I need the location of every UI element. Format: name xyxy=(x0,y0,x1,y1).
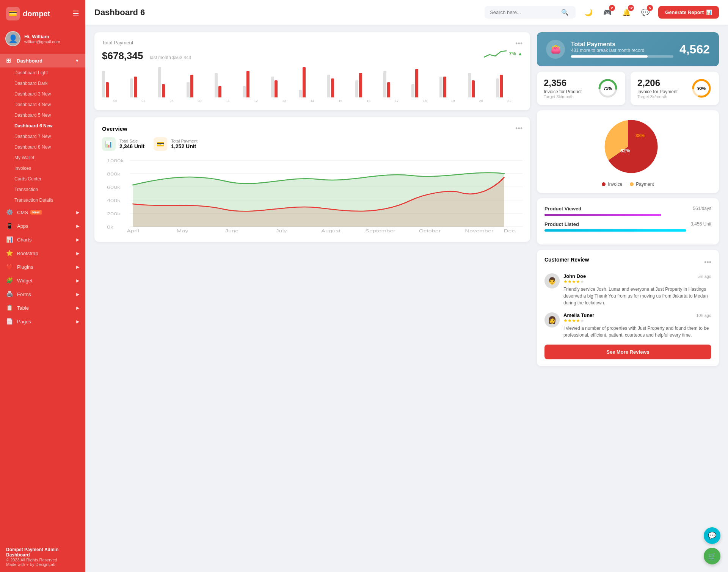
svg-text:800k: 800k xyxy=(107,172,121,176)
review-stars-2: ★★★★★ xyxy=(563,318,711,323)
bar-pair xyxy=(299,67,325,97)
footer-title: Dompet Payment Admin Dashboard xyxy=(6,547,79,558)
notifications-btn[interactable]: 🔔 12 xyxy=(620,6,633,19)
pages-icon: 📄 xyxy=(6,318,13,325)
sidebar-item-my-wallet[interactable]: My Wallet xyxy=(0,152,85,163)
wallet-icon: 👛 xyxy=(546,40,565,59)
cart-fab-button[interactable]: 🛒 xyxy=(704,548,720,564)
charts-icon: 📊 xyxy=(6,236,13,243)
footer-copyright: © 2023 All Rights Reserved xyxy=(6,558,79,562)
bar-label: 09 xyxy=(187,99,213,103)
tp-title: Total Payments xyxy=(571,41,673,48)
invoice-product-card: 2,356 Invoice for Product Target 3k/mont… xyxy=(537,72,625,105)
red-bar xyxy=(387,82,390,97)
pie-chart-card: 62% 38% Invoice Payment xyxy=(537,110,719,193)
nav-item-dashboard[interactable]: ⊞ Dashboard ▼ xyxy=(0,54,85,67)
chat-fab-button[interactable]: 💬 xyxy=(704,527,720,544)
gray-bar xyxy=(383,71,386,97)
see-more-reviews-btn[interactable]: See More Reviews xyxy=(544,345,711,359)
nav-item-pages[interactable]: 📄 Pages ▶ xyxy=(0,315,85,328)
widget-icon: 🧩 xyxy=(6,277,13,284)
invoice-legend-dot xyxy=(602,182,606,186)
nav-item-bootstrap[interactable]: ⭐ Bootstrap ▶ xyxy=(0,246,85,260)
svg-text:1000k: 1000k xyxy=(107,159,124,163)
search-input[interactable] xyxy=(490,9,558,15)
more-options-btn[interactable]: ••• xyxy=(515,40,522,48)
user-name: Hi, William xyxy=(24,34,60,39)
gray-bar xyxy=(468,73,471,97)
sidebar-item-dashboard-5[interactable]: Dashboard 5 New xyxy=(0,110,85,121)
messages-btn[interactable]: 💬 5 xyxy=(639,6,652,19)
gray-bar xyxy=(439,77,442,97)
red-bar xyxy=(134,77,137,97)
review-content-1: John Doe 5m ago ★★★★★ Friendly service J… xyxy=(563,273,711,306)
sidebar-item-cards-center[interactable]: Cards Center xyxy=(0,174,85,184)
apps-icon: 📱 xyxy=(6,223,13,229)
chevron-down-icon: ▼ xyxy=(75,58,79,63)
invoice-product-donut: 71% xyxy=(597,78,618,99)
bar-pair xyxy=(496,75,522,97)
svg-text:July: July xyxy=(276,229,287,233)
sidebar-item-dashboard-4[interactable]: Dashboard 4 New xyxy=(0,99,85,110)
total-amount: $678,345 xyxy=(102,50,143,62)
bar-label: 18 xyxy=(411,99,438,103)
bar-label: 13 xyxy=(271,99,297,103)
user-email: william@gmail.com xyxy=(24,39,60,44)
bar-label: 11 xyxy=(215,99,241,103)
sidebar-item-dashboard-7[interactable]: Dashboard 7 New xyxy=(0,131,85,142)
review-text-1: Friendly service Josh, Lunar and everyon… xyxy=(563,286,711,306)
product-listed-label: Product Listed xyxy=(544,221,579,227)
messages-badge: 5 xyxy=(647,5,653,11)
hamburger-icon[interactable]: ☰ xyxy=(72,9,79,18)
review-more-btn[interactable]: ••• xyxy=(704,259,711,266)
footer-made-with: Made with ♥ by DexignLab xyxy=(6,562,79,567)
sidebar-item-transaction-details[interactable]: Transaction Details xyxy=(0,195,85,205)
sidebar-header: 💳 dompet ☰ xyxy=(0,0,85,27)
customer-review-card: Customer Review ••• 👨 John Doe 5m ago xyxy=(537,250,719,366)
bar-label: 08 xyxy=(158,99,185,103)
bar-pair xyxy=(102,71,129,97)
sidebar-item-dashboard-3[interactable]: Dashboard 3 New xyxy=(0,89,85,99)
overview-more-btn[interactable]: ••• xyxy=(515,125,522,133)
invoice-product-number: 2,356 xyxy=(544,78,582,88)
right-column: 👛 Total Payments 431 more to break last … xyxy=(537,32,719,366)
chevron-right-icon: ▶ xyxy=(76,292,79,297)
theme-toggle-btn[interactable]: 🌙 xyxy=(582,6,595,19)
sidebar-item-dashboard-8[interactable]: Dashboard 8 New xyxy=(0,142,85,152)
product-stats-card: Product Viewed 561/days Product Listed 3… xyxy=(537,198,719,244)
gamepad-btn[interactable]: 🎮 2 xyxy=(601,6,614,19)
nav-item-forms[interactable]: 🖨️ Forms ▶ xyxy=(0,287,85,301)
sidebar-item-invoices[interactable]: Invoices xyxy=(0,163,85,174)
sidebar-footer: Dompet Payment Admin Dashboard © 2023 Al… xyxy=(0,542,85,572)
nav-item-cms[interactable]: ⚙️ CMS New ▶ xyxy=(0,205,85,219)
svg-text:August: August xyxy=(321,229,340,233)
sidebar-item-dashboard-dark[interactable]: Dashboard Dark xyxy=(0,78,85,89)
total-payment-card: Total Payment ••• $678,345 last month $5… xyxy=(94,32,530,110)
svg-text:Dec.: Dec. xyxy=(504,229,517,233)
product-viewed-value: 561/days xyxy=(693,206,711,212)
area-chart-svg: 1000k 800k 600k 400k 200k 0k xyxy=(102,155,522,234)
total-payment-info: Total Payment 1,252 Unit xyxy=(171,139,198,149)
generate-report-button[interactable]: Generate Report 📊 xyxy=(658,6,719,19)
nav-item-widget[interactable]: 🧩 Widget ▶ xyxy=(0,274,85,287)
nav-item-table[interactable]: 📋 Table ▶ xyxy=(0,301,85,315)
nav-item-plugins[interactable]: ❤️ Plugins ▶ xyxy=(0,260,85,274)
red-bar xyxy=(359,73,362,97)
tp-progress-fill xyxy=(571,55,648,58)
bar-pair xyxy=(468,73,494,97)
legend-payment: Payment xyxy=(630,182,654,187)
x-axis-labels: 060708091112131415161718192021 xyxy=(102,99,522,103)
product-viewed-bar xyxy=(544,214,661,216)
nav-item-charts[interactable]: 📊 Charts ▶ xyxy=(0,233,85,246)
bar-label: 21 xyxy=(496,99,522,103)
invoice-row: 2,356 Invoice for Product Target 3k/mont… xyxy=(537,72,719,105)
review-item-2: 👩 Amelia Tuner 10h ago ★★★★★ I viewed a … xyxy=(544,312,711,338)
nav-item-apps[interactable]: 📱 Apps ▶ xyxy=(0,219,85,233)
gray-bar xyxy=(271,77,274,97)
review-avatar-2: 👩 xyxy=(544,312,560,328)
total-sale-stat: 📊 Total Sale 2,346 Unit xyxy=(102,137,144,151)
review-meta-2: Amelia Tuner 10h ago xyxy=(563,312,711,318)
sidebar-item-transaction[interactable]: Transaction xyxy=(0,184,85,195)
sidebar-item-dashboard-6[interactable]: Dashboard 6 New xyxy=(0,121,85,131)
sidebar-item-dashboard-light[interactable]: Dashboard Light xyxy=(0,67,85,78)
